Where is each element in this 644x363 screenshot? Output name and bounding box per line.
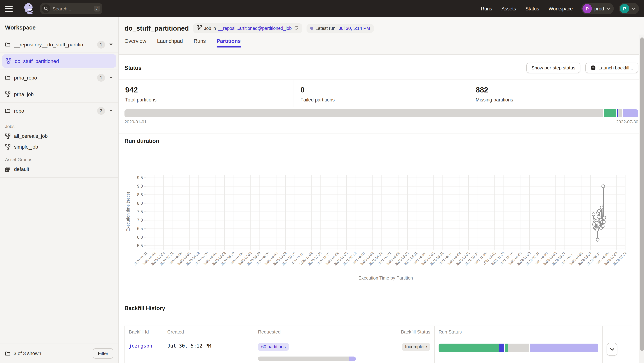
chart-point xyxy=(592,213,595,216)
chart-point xyxy=(596,228,599,231)
svg-text:5.5: 5.5 xyxy=(137,244,143,248)
run-status-bar[interactable] xyxy=(438,344,598,352)
run-duration-chart: Execution time (secs)5.56.06.57.07.58.08… xyxy=(124,145,628,284)
sidebar-item-repo[interactable]: repo3 xyxy=(0,102,118,119)
sidebar-item-label: prha_repo xyxy=(14,75,94,80)
search-shortcut-badge: / xyxy=(94,6,100,12)
stat-value: 0 xyxy=(300,85,462,94)
chart-point xyxy=(598,210,601,212)
asset-group-icon xyxy=(5,166,10,172)
main-content: do_stuff_partitioned Job in __reposi...a… xyxy=(119,17,644,363)
tab-partitions[interactable]: Partitions xyxy=(216,38,241,47)
bar-segment xyxy=(124,109,604,117)
bar-segment xyxy=(618,109,622,117)
chart-point xyxy=(603,216,606,219)
launch-backfill-button[interactable]: Launch backfill... xyxy=(585,62,638,73)
sidebar-item-do-stuff-partitioned[interactable]: do_stuff_partitioned xyxy=(2,54,116,68)
nav-link-status[interactable]: Status xyxy=(526,6,539,11)
column-header-backfill-id: Backfill Id xyxy=(125,326,163,338)
scrollbar-thumb[interactable] xyxy=(640,38,644,351)
job-icon xyxy=(5,133,10,139)
sidebar-item-label: __repository__do_stuff_partitio... xyxy=(14,42,94,47)
tabs: OverviewLaunchpadRunsPartitions xyxy=(124,38,638,47)
sidebar-job-all-cereals-job[interactable]: all_cereals_job xyxy=(0,130,118,142)
tab-overview[interactable]: Overview xyxy=(124,38,146,47)
sidebar-asset-group-default[interactable]: default xyxy=(0,164,118,174)
folder-icon xyxy=(5,351,10,356)
search-box[interactable]: / xyxy=(40,3,102,14)
backfill-id-link[interactable]: jozrgsbh xyxy=(129,343,152,348)
nav-link-runs[interactable]: Runs xyxy=(481,6,492,11)
user-menu[interactable]: P xyxy=(619,3,639,14)
sidebar-item-prha-repo[interactable]: prha_repo1 xyxy=(0,70,118,86)
deployment-switcher[interactable]: P prod xyxy=(582,3,614,14)
job-icon xyxy=(5,144,10,150)
plus-circle-icon xyxy=(590,65,596,70)
chart-point xyxy=(597,215,600,218)
search-input[interactable] xyxy=(52,6,92,11)
latest-run-link[interactable]: Jul 30, 5:14 PM xyxy=(339,26,370,31)
asset-groups-section-label: Asset Groups xyxy=(0,157,118,162)
sidebar-job-simple-job[interactable]: simple_job xyxy=(0,142,118,152)
filter-button[interactable]: Filter xyxy=(93,348,113,359)
bar-segment xyxy=(438,344,478,352)
folder-icon xyxy=(5,108,10,113)
backfill-requested-cell: 60 partitions2020-01-012022-07-30 xyxy=(254,338,361,363)
sidebar-item-prha-job[interactable]: prha_job xyxy=(0,86,118,102)
repos-shown-count: 3 of 3 shown xyxy=(14,351,41,356)
bar-segment xyxy=(499,344,504,352)
tab-runs[interactable]: Runs xyxy=(194,38,206,47)
sidebar-item-label: do_stuff_partitioned xyxy=(15,58,112,64)
nav-link-workspace[interactable]: Workspace xyxy=(548,6,573,11)
section-divider xyxy=(119,318,644,318)
job-icon xyxy=(5,92,10,97)
backfill-created: Jul 30, 5:12 PM xyxy=(167,343,211,348)
sidebar-jobs-list: all_cereals_jobsimple_job xyxy=(0,130,118,152)
column-header-requested: Requested xyxy=(254,326,361,338)
bar-segment xyxy=(558,344,598,352)
bar-segment xyxy=(258,356,350,361)
hamburger-menu-icon[interactable] xyxy=(5,2,17,15)
requested-partitions-chip[interactable]: 60 partitions xyxy=(258,343,289,351)
show-per-step-status-button[interactable]: Show per-step status xyxy=(526,62,580,73)
sidebar-title: Workspace xyxy=(0,17,118,36)
app-logo-octopus-icon[interactable] xyxy=(22,2,35,15)
workspace-sidebar: Workspace __repository__do_stuff_partiti… xyxy=(0,17,119,363)
refresh-icon[interactable] xyxy=(294,25,298,31)
expand-row-button[interactable] xyxy=(606,343,618,356)
caret-down-icon[interactable] xyxy=(109,76,113,79)
chevron-down-icon xyxy=(632,8,635,10)
partition-range-end: 2022-07-30 xyxy=(616,120,638,124)
top-nav: / RunsAssetsStatusWorkspace P prod P xyxy=(0,0,644,17)
backfill-status-badge: Incomplete xyxy=(402,343,430,351)
svg-text:9.5: 9.5 xyxy=(137,176,143,180)
user-avatar: P xyxy=(620,4,629,13)
tab-launchpad[interactable]: Launchpad xyxy=(157,38,183,47)
count-badge: 1 xyxy=(97,40,105,48)
caret-down-icon[interactable] xyxy=(109,43,113,46)
folder-icon xyxy=(5,42,10,47)
nav-link-assets[interactable]: Assets xyxy=(502,6,516,11)
status-section-title: Status xyxy=(124,64,142,71)
stats-row: 942Total partitions0Failed partitions882… xyxy=(119,80,644,107)
sidebar-slot: do_stuff_partitioned xyxy=(0,53,118,70)
page-header: do_stuff_partitioned Job in __reposi...a… xyxy=(119,17,644,55)
status-section-header: Status Show per-step status Launch backf… xyxy=(119,55,644,80)
job-label: simple_job xyxy=(14,144,38,150)
partition-status-bar-wrap: 2020-01-01 2022-07-30 xyxy=(119,107,644,124)
sidebar-item-label: repo xyxy=(14,108,94,114)
partition-status-bar[interactable] xyxy=(124,109,638,117)
bar-segment xyxy=(350,356,356,361)
caret-down-icon[interactable] xyxy=(109,109,113,112)
count-badge: 1 xyxy=(97,74,105,82)
asset-group-label: default xyxy=(14,166,29,172)
sidebar-slot: prha_repo1 xyxy=(0,70,118,86)
stat-missing-partitions: 882Missing partitions xyxy=(469,80,644,107)
job-repo-link[interactable]: __reposi...artitioned@partitioned_job xyxy=(218,26,292,31)
deployment-label: prod xyxy=(594,6,604,11)
job-icon xyxy=(6,58,11,64)
stat-value: 882 xyxy=(476,85,638,94)
stat-value: 942 xyxy=(125,85,287,94)
vertical-scrollbar[interactable] xyxy=(639,34,644,363)
sidebar-item-repository-do-stuff-partitio[interactable]: __repository__do_stuff_partitio...1 xyxy=(0,36,118,52)
